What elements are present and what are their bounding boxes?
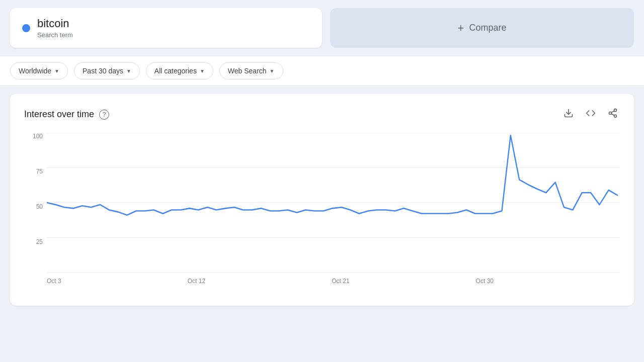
content-area: Interest over time ? xyxy=(0,86,644,314)
search-type-filter[interactable]: Web Search ▼ xyxy=(219,62,283,79)
svg-line-5 xyxy=(611,111,614,113)
chart-title: Interest over time xyxy=(24,109,94,120)
term-type: Search term xyxy=(37,31,73,39)
compare-button[interactable]: + Compare xyxy=(330,8,634,48)
y-label-25: 25 xyxy=(24,238,47,245)
time-filter[interactable]: Past 30 days ▼ xyxy=(74,62,140,79)
y-label-50: 50 xyxy=(24,203,47,210)
category-chevron-icon: ▼ xyxy=(200,68,205,74)
term-info: bitcoin Search term xyxy=(37,17,73,39)
y-label-75: 75 xyxy=(24,168,47,175)
filters-bar: Worldwide ▼ Past 30 days ▼ All categorie… xyxy=(0,56,644,86)
term-name: bitcoin xyxy=(37,17,73,30)
chart-plot xyxy=(47,133,620,274)
share-icon[interactable] xyxy=(606,106,620,123)
location-filter[interactable]: Worldwide ▼ xyxy=(10,62,68,79)
location-filter-label: Worldwide xyxy=(19,67,51,75)
x-axis: Oct 3 Oct 12 Oct 21 Oct 30 xyxy=(47,274,620,294)
chart-card: Interest over time ? xyxy=(10,94,634,306)
x-label-oct30: Oct 30 xyxy=(476,278,494,285)
x-label-oct3: Oct 3 xyxy=(47,278,61,285)
svg-line-4 xyxy=(611,114,614,116)
time-filter-label: Past 30 days xyxy=(83,67,123,75)
x-label-oct21: Oct 21 xyxy=(332,278,349,285)
location-chevron-icon: ▼ xyxy=(54,68,59,74)
compare-plus-icon: + xyxy=(458,22,464,35)
category-filter-label: All categories xyxy=(154,67,197,75)
y-label-100: 100 xyxy=(24,133,47,140)
search-type-chevron-icon: ▼ xyxy=(270,68,275,74)
help-icon[interactable]: ? xyxy=(99,110,109,120)
search-type-filter-label: Web Search xyxy=(228,67,267,75)
search-term-card: bitcoin Search term xyxy=(10,8,322,48)
chart-title-group: Interest over time ? xyxy=(24,109,109,120)
top-bar: bitcoin Search term + Compare xyxy=(0,0,644,56)
x-label-oct12: Oct 12 xyxy=(188,278,205,285)
y-axis: 100 75 50 25 xyxy=(24,133,47,274)
chart-container: 100 75 50 25 xyxy=(24,133,620,294)
embed-icon[interactable] xyxy=(584,106,598,123)
chart-header: Interest over time ? xyxy=(24,106,620,123)
download-icon[interactable] xyxy=(561,106,576,123)
term-color-dot xyxy=(22,24,30,32)
time-chevron-icon: ▼ xyxy=(126,68,131,74)
chart-svg xyxy=(47,133,620,274)
compare-label: Compare xyxy=(469,23,506,33)
chart-actions xyxy=(561,106,620,123)
category-filter[interactable]: All categories ▼ xyxy=(146,62,213,79)
